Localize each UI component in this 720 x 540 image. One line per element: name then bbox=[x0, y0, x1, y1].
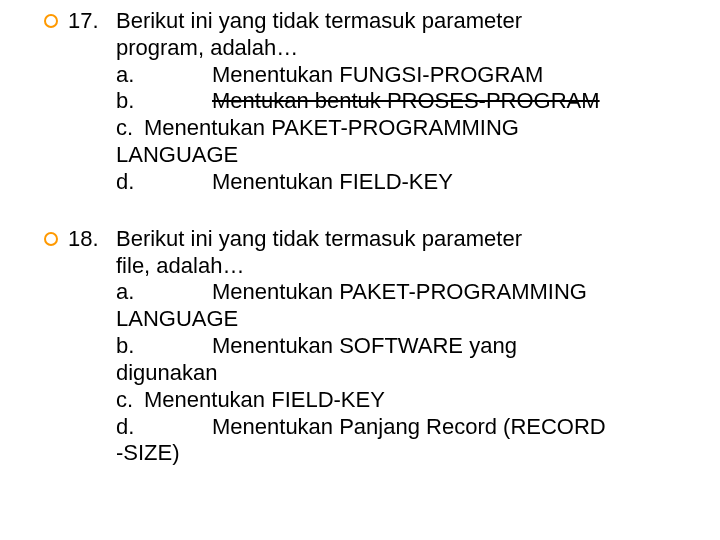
question-text-line2: file, adalah… bbox=[116, 253, 676, 280]
option-c-label: c. bbox=[116, 387, 144, 414]
option-a-text: Menentukan FUNGSI-PROGRAM bbox=[212, 62, 543, 87]
bullet-icon bbox=[44, 232, 58, 246]
option-d: d.Menentukan FIELD-KEY bbox=[116, 169, 676, 196]
option-c-text: Menentukan PAKET-PROGRAMMING bbox=[144, 115, 519, 140]
option-a-cont: LANGUAGE bbox=[116, 306, 676, 333]
question-number: 18. bbox=[68, 226, 99, 253]
option-d-cont: -SIZE) bbox=[116, 440, 676, 467]
option-d-label: d. bbox=[116, 169, 212, 196]
option-b: b.Mentukan bentuk PROSES-PROGRAM bbox=[116, 88, 676, 115]
option-a: a.Menentukan PAKET-PROGRAMMING bbox=[116, 279, 676, 306]
page: 17. Berikut ini yang tidak termasuk para… bbox=[0, 0, 720, 540]
option-b-label: b. bbox=[116, 88, 212, 115]
option-c-label: c. bbox=[116, 115, 144, 142]
option-d-text: Menentukan Panjang Record (RECORD bbox=[212, 414, 606, 439]
option-d-text: Menentukan FIELD-KEY bbox=[212, 169, 453, 194]
option-a-text: Menentukan PAKET-PROGRAMMING bbox=[212, 279, 587, 304]
option-c: c.Menentukan FIELD-KEY bbox=[116, 387, 676, 414]
option-d-label: d. bbox=[116, 414, 212, 441]
question-number: 17. bbox=[68, 8, 99, 35]
option-b: b.Menentukan SOFTWARE yang bbox=[116, 333, 676, 360]
option-b-label: b. bbox=[116, 333, 212, 360]
question-text-line1: Berikut ini yang tidak termasuk paramete… bbox=[116, 8, 676, 35]
question-18: 18. Berikut ini yang tidak termasuk para… bbox=[24, 226, 696, 467]
question-17: 17. Berikut ini yang tidak termasuk para… bbox=[24, 8, 696, 196]
option-b-text: Mentukan bentuk PROSES-PROGRAM bbox=[212, 88, 600, 113]
option-a-label: a. bbox=[116, 279, 212, 306]
option-a: a.Menentukan FUNGSI-PROGRAM bbox=[116, 62, 676, 89]
question-text-line1: Berikut ini yang tidak termasuk paramete… bbox=[116, 226, 676, 253]
option-a-label: a. bbox=[116, 62, 212, 89]
option-d: d.Menentukan Panjang Record (RECORD bbox=[116, 414, 676, 441]
bullet-icon bbox=[44, 14, 58, 28]
option-c-cont: LANGUAGE bbox=[116, 142, 676, 169]
option-b-text: Menentukan SOFTWARE yang bbox=[212, 333, 517, 358]
question-text-line2: program, adalah… bbox=[116, 35, 676, 62]
options-18: a.Menentukan PAKET-PROGRAMMING LANGUAGE … bbox=[116, 279, 676, 467]
option-c-text: Menentukan FIELD-KEY bbox=[144, 387, 385, 412]
option-c: c.Menentukan PAKET-PROGRAMMING bbox=[116, 115, 676, 142]
option-b-cont: digunakan bbox=[116, 360, 676, 387]
options-17: a.Menentukan FUNGSI-PROGRAM b.Mentukan b… bbox=[116, 62, 676, 196]
